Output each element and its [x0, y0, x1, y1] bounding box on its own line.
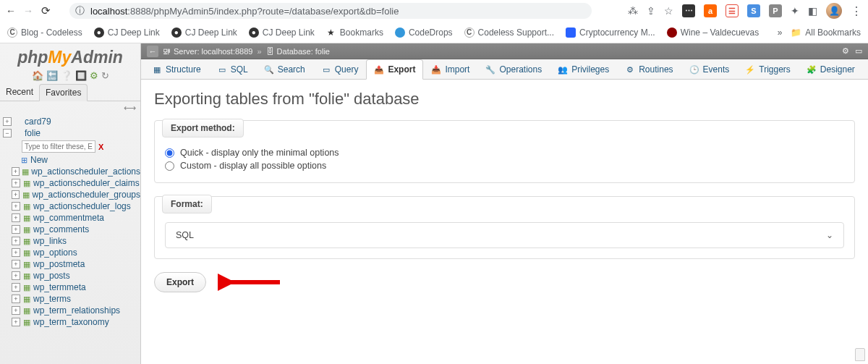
ext-icon-5[interactable]: P — [769, 4, 782, 17]
tree-table[interactable]: +▦wp_terms — [3, 293, 140, 305]
export-button[interactable]: Export — [154, 272, 206, 292]
radio-custom[interactable]: Custom - display all possible options — [165, 159, 844, 172]
back-icon[interactable]: ← — [6, 6, 16, 16]
radio-quick[interactable]: Quick - display only the minimal options — [165, 146, 844, 159]
expand-icon[interactable]: + — [12, 213, 20, 222]
tab-import[interactable]: 📥Import — [423, 59, 477, 79]
expand-icon[interactable]: + — [12, 167, 20, 176]
topbar-settings-icon[interactable]: ⚙ — [842, 46, 849, 56]
bookmark-item[interactable]: ●CJ Deep Link — [171, 27, 237, 38]
tab-structure[interactable]: ▦Structure — [144, 59, 209, 79]
ext-icon-4[interactable]: S — [747, 4, 760, 17]
tab-routines[interactable]: ⚙Routines — [617, 59, 681, 79]
expand-icon[interactable]: + — [12, 202, 20, 211]
bookmark-item[interactable]: ●CJ Deep Link — [94, 27, 160, 38]
tab-sql[interactable]: ▭SQL — [209, 59, 256, 79]
extensions-icon[interactable]: ✦ — [791, 5, 799, 17]
tab-operations[interactable]: 🔧Operations — [477, 59, 550, 79]
bookmark-item[interactable]: Cryptocurrency M... — [566, 27, 655, 38]
collapse-icon[interactable]: − — [3, 129, 12, 137]
crumb-database[interactable]: 🗄Database: folie — [266, 47, 330, 56]
settings-icon[interactable]: ⚙ — [90, 70, 98, 81]
tab-export[interactable]: 📤Export — [366, 59, 423, 80]
tab-query[interactable]: ▭Query — [313, 59, 367, 79]
tree-table[interactable]: +▦wp_actionscheduler_actions — [3, 166, 140, 177]
ext-icon-3[interactable]: ☰ — [726, 4, 739, 17]
ext-icon-1[interactable]: ⋯ — [682, 4, 695, 17]
expand-icon[interactable]: + — [12, 190, 20, 199]
clear-filter-icon[interactable]: X — [98, 143, 103, 151]
forward-icon[interactable]: → — [23, 6, 33, 16]
console-tab[interactable] — [855, 348, 865, 361]
translate-icon[interactable]: ⁂ — [628, 5, 638, 17]
reload-tree-icon[interactable]: ↻ — [101, 70, 109, 81]
tree-db-card79[interactable]: +card79 — [3, 116, 140, 127]
expand-icon[interactable]: + — [3, 117, 12, 126]
share-icon[interactable]: ⇪ — [647, 5, 655, 17]
tab-triggers[interactable]: ⚡Triggers — [737, 59, 799, 79]
topbar-back-icon[interactable]: ← — [147, 46, 158, 57]
bookmark-item[interactable]: ●CJ Deep Link — [249, 27, 315, 38]
expand-icon[interactable]: + — [12, 318, 20, 326]
radio-quick-label: Quick - display only the minimal options — [180, 148, 339, 158]
site-info-icon[interactable]: ⓘ — [75, 4, 85, 17]
sql-icon[interactable]: 🔲 — [75, 70, 87, 81]
expand-icon[interactable]: + — [12, 225, 20, 234]
expand-icon[interactable]: + — [12, 306, 20, 315]
table-icon: ▦ — [21, 190, 30, 200]
bookmark-star-icon[interactable]: ☆ — [664, 5, 673, 17]
all-bookmarks[interactable]: 📁All Bookmarks — [791, 27, 861, 38]
expand-icon[interactable]: + — [12, 260, 20, 268]
tree-table[interactable]: +▦wp_actionscheduler_groups — [3, 189, 140, 200]
reload-icon[interactable]: ⟳ — [41, 6, 51, 16]
crumb-server[interactable]: 🖳Server: localhost:8889 — [163, 47, 252, 56]
bookmark-item[interactable]: CCodeless Support... — [464, 27, 554, 38]
tab-favorites[interactable]: Favorites — [39, 84, 88, 101]
profile-avatar[interactable]: 👤 — [826, 3, 842, 19]
tree-table[interactable]: +▦wp_comments — [3, 224, 140, 235]
tree-table[interactable]: +▦wp_commentmeta — [3, 212, 140, 224]
expand-icon[interactable]: + — [12, 283, 20, 292]
collapse-handle-icon[interactable]: ⟷ — [0, 101, 140, 114]
tree-table[interactable]: +▦wp_term_relationships — [3, 305, 140, 316]
tree-table[interactable]: +▦wp_options — [3, 247, 140, 258]
ext-icon-2[interactable]: a — [704, 4, 717, 17]
tree-table[interactable]: +▦wp_term_taxonomy — [3, 316, 140, 328]
bookmark-item[interactable]: Wine – Valdecuevas — [667, 27, 760, 38]
bookmark-item[interactable]: ★Bookmarks — [326, 27, 383, 38]
expand-icon[interactable]: + — [12, 295, 20, 303]
radio-custom-input[interactable] — [165, 161, 174, 171]
kebab-menu-icon[interactable]: ⋮ — [851, 4, 862, 18]
tab-search[interactable]: 🔍Search — [256, 59, 313, 79]
tree-db-folie[interactable]: −folie — [3, 127, 140, 139]
tab-designer[interactable]: 🧩Designer — [799, 59, 863, 79]
tree-table[interactable]: +▦wp_postmeta — [3, 258, 140, 270]
tree-table[interactable]: +▦wp_actionscheduler_claims — [3, 177, 140, 189]
tree-filter-input[interactable] — [22, 140, 95, 153]
tab-recent[interactable]: Recent — [0, 84, 39, 101]
url-bar[interactable]: ⓘ localhost:8888/phpMyAdmin5/index.php?r… — [69, 3, 592, 19]
tree-table[interactable]: +▦wp_posts — [3, 270, 140, 282]
docs-icon[interactable]: ❔ — [61, 70, 72, 81]
tree-new[interactable]: ⊞New — [3, 154, 140, 166]
topbar-help-icon[interactable]: ▭ — [855, 46, 862, 56]
bookmarks-overflow[interactable]: » — [778, 27, 783, 38]
tree-table[interactable]: +▦wp_links — [3, 235, 140, 247]
tab-privileges[interactable]: 👥Privileges — [550, 59, 617, 79]
home-icon[interactable]: 🏠 — [32, 70, 43, 81]
expand-icon[interactable]: + — [12, 248, 20, 257]
tab-events[interactable]: 🕒Events — [681, 59, 738, 79]
expand-icon[interactable]: + — [12, 271, 20, 280]
bookmark-item[interactable]: CodeDrops — [395, 27, 453, 38]
expand-icon[interactable]: + — [12, 179, 20, 187]
phpmyadmin-logo[interactable]: phpMyAdmin — [0, 43, 140, 69]
radio-quick-input[interactable] — [165, 148, 174, 158]
side-panel-icon[interactable]: ◧ — [808, 5, 817, 17]
expand-icon[interactable]: + — [12, 237, 20, 245]
tree-table[interactable]: +▦wp_termmeta — [3, 282, 140, 293]
tree-table[interactable]: +▦wp_actionscheduler_logs — [3, 200, 140, 212]
logout-icon[interactable]: 🔚 — [46, 70, 58, 81]
bookmark-item[interactable]: CBlog - Codeless — [7, 27, 82, 38]
table-icon: ▦ — [22, 248, 32, 258]
format-select[interactable]: SQL ⌄ — [165, 222, 844, 248]
